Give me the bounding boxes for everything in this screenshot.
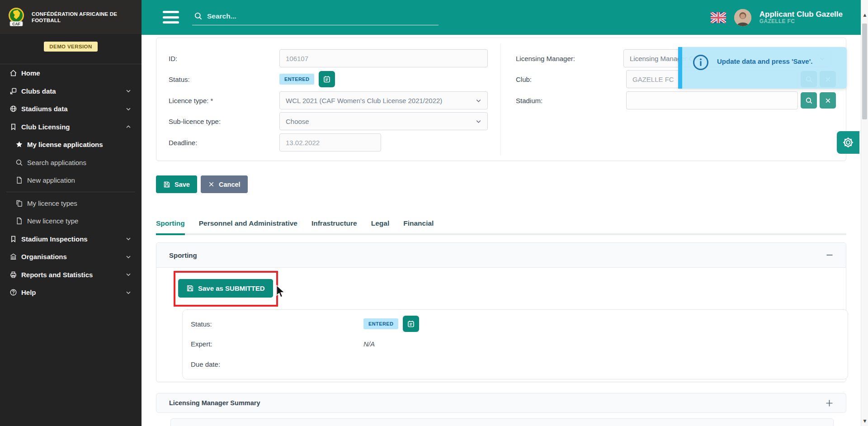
brand-header: CAF CONFÉDÉRATION AFRICAINE DE FOOTBALL — [0, 0, 142, 34]
sidebar-nav: Home Clubs data Stadiums data Club Licen… — [0, 64, 142, 302]
licensing-manager-summary-header[interactable]: Licensing Manager Summary — [156, 393, 846, 413]
file-icon — [15, 217, 23, 225]
org-name: CONFÉDÉRATION AFRICAINE DE FOOTBALL — [32, 11, 117, 24]
chevron-down-icon — [475, 97, 482, 104]
expert-label: Expert: — [191, 340, 363, 348]
tab-personnel-and-administrative[interactable]: Personnel and Administrative — [199, 219, 297, 235]
expand-plus-icon[interactable] — [826, 399, 833, 407]
sidebar-item-help[interactable]: Help — [0, 284, 142, 302]
global-search — [192, 10, 439, 25]
stadium-field[interactable] — [626, 91, 798, 109]
toast-message: Update data and press 'Save'. — [717, 54, 812, 65]
search-icon — [805, 97, 813, 104]
licence-type-label: Licence type: * — [169, 97, 279, 104]
scroll-down-arrow[interactable]: ▼ — [861, 419, 868, 423]
sidebar-divider — [6, 192, 135, 192]
chevron-down-icon — [125, 236, 132, 242]
sidebar-item-my-licence-types[interactable]: My licence types — [0, 194, 142, 213]
chevron-down-icon — [125, 88, 132, 94]
scroll-up-arrow[interactable]: ▲ — [861, 13, 868, 17]
chevron-up-icon — [125, 123, 132, 130]
settings-gear-button[interactable] — [837, 131, 859, 154]
licence-type-select[interactable]: WCL 2021 (CAF Women's Club License 2021/… — [279, 91, 488, 109]
tab-financial[interactable]: Financial — [403, 219, 434, 235]
tab-infrastructure[interactable]: Infrastructure — [311, 219, 357, 235]
next-section-partial — [170, 418, 834, 426]
collapse-minus-icon[interactable] — [826, 251, 833, 259]
toast-notification: Update data and press 'Save'. — [678, 47, 847, 89]
expert-value: N/A — [363, 340, 375, 348]
floppy-icon — [186, 284, 194, 292]
bookmark-icon — [9, 235, 17, 243]
info-icon — [692, 54, 709, 71]
building-icon — [9, 253, 17, 261]
globe-icon — [9, 105, 17, 113]
copy-icon — [15, 199, 23, 207]
sidebar-item-search-applications[interactable]: Search applications — [0, 154, 142, 172]
bookmark-icon — [9, 123, 17, 131]
id-field — [279, 49, 488, 67]
calendar-icon — [323, 75, 331, 83]
page-scrollbar[interactable]: ▲ ▼ — [861, 0, 868, 426]
criteria-tabs: Sporting Personnel and Administrative In… — [156, 219, 846, 235]
save-button[interactable]: Save — [156, 175, 197, 193]
sidebar-item-reports-and-statistics[interactable]: Reports and Statistics — [0, 266, 142, 284]
tab-legal[interactable]: Legal — [371, 219, 389, 235]
caf-logo-icon: CAF — [6, 7, 26, 28]
save-as-submitted-button[interactable]: Save as SUBMITTED — [178, 279, 273, 298]
sidebar-item-organisations[interactable]: Organisations — [0, 248, 142, 266]
language-flag-icon[interactable] — [711, 12, 726, 23]
sidebar-item-stadiums-data[interactable]: Stadiums data — [0, 100, 142, 118]
calendar-icon — [407, 320, 415, 328]
sidebar-item-club-licensing[interactable]: Club Licensing — [0, 118, 142, 136]
user-club: GAZELLE FC — [760, 19, 843, 25]
sidebar-item-home[interactable]: Home — [0, 64, 142, 82]
chevron-down-icon — [125, 271, 132, 278]
chevron-down-icon — [125, 106, 132, 112]
search-input[interactable] — [207, 12, 424, 20]
chevron-down-icon — [475, 118, 482, 125]
clubs-data-icon — [9, 87, 17, 95]
deadline-field — [279, 133, 381, 151]
demo-area: DEMO VERSION — [0, 34, 142, 64]
search-icon — [194, 12, 203, 20]
chevron-down-icon — [125, 254, 132, 260]
sporting-status-card: Status: ENTERED Expert: N/A Due date: — [182, 309, 848, 379]
top-bar: Applicant Club Gazelle GAZELLE FC — [142, 0, 861, 35]
demo-version-badge: DEMO VERSION — [44, 42, 97, 52]
sidebar-item-my-license-applications[interactable]: My license applications — [0, 136, 142, 154]
main-content: ID: Status: ENTERED Licence type: * WCL … — [142, 35, 861, 426]
form-column-divider — [500, 43, 501, 155]
licensing-manager-label: Licensing Manager: — [516, 55, 623, 62]
status-label: Status: — [169, 76, 279, 83]
status-badge: ENTERED — [279, 74, 314, 85]
user-avatar[interactable] — [734, 9, 751, 26]
stadium-clear-button[interactable] — [820, 92, 836, 109]
sub-licence-type-label: Sub-licence type: — [169, 118, 279, 125]
stadium-search-button[interactable] — [801, 92, 817, 109]
sporting-section-header[interactable]: Sporting — [156, 243, 846, 268]
caf-logo-text: CAF — [12, 21, 20, 26]
sporting-status-history-button[interactable] — [403, 316, 419, 332]
close-icon — [208, 181, 215, 188]
user-menu[interactable]: Applicant Club Gazelle GAZELLE FC — [760, 10, 843, 25]
sidebar-item-stadium-inspections[interactable]: Stadium Inspections — [0, 230, 142, 248]
cancel-button[interactable]: Cancel — [201, 175, 248, 193]
sidebar-item-clubs-data[interactable]: Clubs data — [0, 82, 142, 100]
sidebar-item-new-licence-type[interactable]: New licence type — [0, 212, 142, 230]
chevron-down-icon — [125, 289, 132, 296]
deadline-label: Deadline: — [169, 139, 279, 147]
file-icon — [15, 176, 23, 185]
home-icon — [9, 69, 17, 77]
gear-icon — [841, 136, 855, 149]
scrollbar-thumb[interactable] — [862, 24, 867, 119]
close-icon — [825, 97, 831, 104]
tab-sporting[interactable]: Sporting — [156, 219, 185, 235]
sub-licence-type-select[interactable]: Choose — [279, 112, 488, 130]
sidebar-item-new-application[interactable]: New application — [0, 171, 142, 189]
hamburger-menu-button[interactable] — [163, 11, 179, 24]
printer-icon — [9, 270, 17, 279]
status-history-button[interactable] — [319, 71, 335, 87]
search-icon — [15, 158, 23, 166]
sporting-status-label: Status: — [191, 320, 363, 328]
